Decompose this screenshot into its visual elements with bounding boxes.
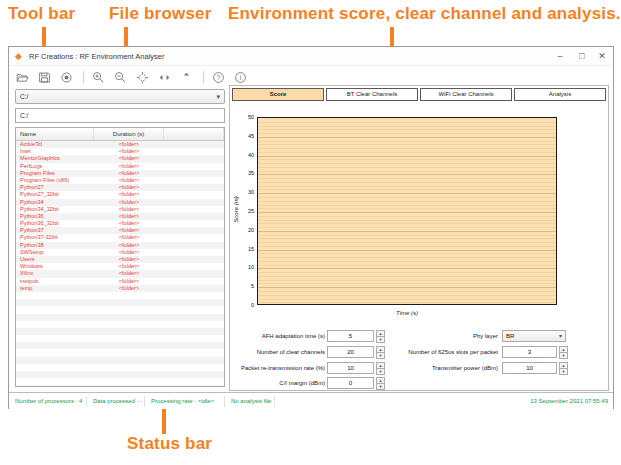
field-value-input[interactable]: 10 (327, 362, 374, 374)
file-row[interactable] (16, 342, 224, 349)
file-row[interactable] (16, 364, 224, 371)
zoom-out-icon[interactable] (113, 70, 128, 85)
path-input[interactable] (15, 108, 225, 123)
file-row[interactable]: MentorGraphics<folder> (16, 155, 224, 162)
file-row[interactable]: Python38<folder> (16, 242, 224, 249)
field-value-input[interactable]: 5 (327, 330, 374, 342)
y-tick-label: 5 (232, 283, 254, 289)
info-icon[interactable]: i (233, 70, 248, 85)
file-row[interactable]: Python27_32bit<folder> (16, 191, 224, 198)
field-label: Phy layer (380, 330, 498, 342)
file-spare-cell (164, 263, 224, 270)
file-name-cell: Python34_32bit (16, 206, 94, 213)
save-icon[interactable] (37, 70, 52, 85)
file-row[interactable] (16, 306, 224, 313)
file-spare-cell (164, 371, 224, 378)
file-row[interactable] (16, 299, 224, 306)
file-row[interactable]: SWSetup<folder> (16, 249, 224, 256)
file-row[interactable] (16, 335, 224, 342)
file-row[interactable]: Python36_32bit<folder> (16, 220, 224, 227)
spinner-down[interactable]: ▼ (559, 352, 568, 359)
file-name-cell: Windows (16, 263, 94, 270)
file-row[interactable]: Python37<folder> (16, 227, 224, 234)
file-row[interactable] (16, 292, 224, 299)
horizontal-range-icon[interactable] (157, 70, 172, 85)
file-row[interactable] (16, 371, 224, 378)
field-value-input[interactable]: 3 (502, 346, 557, 358)
field-value-input[interactable]: 20 (327, 346, 374, 358)
gridline-minor (258, 253, 556, 254)
annotation-file-browser: File browser (109, 4, 212, 24)
file-spare-cell (164, 349, 224, 356)
path-dropdown[interactable]: C:/ ▾ (15, 89, 225, 104)
vertical-range-icon[interactable] (179, 70, 194, 85)
file-row[interactable]: temp<folder> (16, 285, 224, 292)
file-duration-cell (94, 299, 164, 306)
field-value-input[interactable]: 0 (327, 377, 374, 389)
gridline-minor (258, 171, 556, 172)
file-row[interactable]: Program Files (x86)<folder> (16, 177, 224, 184)
gridline-minor (258, 291, 556, 292)
tab-score[interactable]: Score (232, 88, 324, 101)
file-row[interactable]: Python34_32bit<folder> (16, 206, 224, 213)
close-button[interactable]: ✕ (595, 50, 609, 63)
title-bar: ◆ RF Creations : RF Environment Analyser… (9, 47, 613, 66)
file-name-cell: Python34 (16, 199, 94, 206)
gridline-minor (258, 141, 556, 142)
file-duration-cell (94, 306, 164, 313)
file-row[interactable]: Python34<folder> (16, 199, 224, 206)
record-icon[interactable] (59, 70, 74, 85)
file-name-cell (16, 292, 94, 299)
file-name-cell (16, 314, 94, 321)
zoom-in-icon[interactable] (91, 70, 106, 85)
file-row[interactable]: Python27<folder> (16, 184, 224, 191)
file-name-cell: Python38 (16, 242, 94, 249)
gridline-major (258, 193, 556, 194)
file-name-cell: Program Files (x86) (16, 177, 94, 184)
file-row[interactable] (16, 349, 224, 356)
file-name-cell (16, 385, 94, 387)
file-spare-cell (164, 177, 224, 184)
file-row[interactable] (16, 357, 224, 364)
file-row[interactable] (16, 328, 224, 335)
file-row[interactable]: ActiveTcl<folder> (16, 141, 224, 148)
file-row[interactable] (16, 378, 224, 385)
tab-bt-clear-channels[interactable]: BT Clear Channels (326, 88, 418, 101)
file-row[interactable]: PerfLogs<folder> (16, 163, 224, 170)
tab-wifi-clear-channels[interactable]: WiFi Clear Channels (420, 88, 512, 101)
file-row[interactable]: Xilinx<folder> (16, 270, 224, 277)
open-file-icon[interactable] (15, 70, 30, 85)
file-row[interactable]: Program Files<folder> (16, 170, 224, 177)
zoom-fit-icon[interactable] (135, 70, 150, 85)
file-spare-cell (164, 357, 224, 364)
maximize-button[interactable]: □ (575, 50, 589, 63)
gridline-minor (258, 182, 556, 183)
file-row[interactable]: inetpub<folder> (16, 278, 224, 285)
file-row[interactable]: Python36<folder> (16, 213, 224, 220)
spinner-down[interactable]: ▼ (559, 368, 568, 375)
file-row[interactable] (16, 314, 224, 321)
file-name-cell: inetpub (16, 278, 94, 285)
file-row[interactable]: Python37-32bit<folder> (16, 234, 224, 241)
minimize-button[interactable]: – (553, 50, 567, 63)
column-header-duration[interactable]: Duration (s) (94, 128, 164, 140)
help-icon[interactable]: ? (211, 70, 226, 85)
file-browser-table: Name Duration (s) ActiveTcl<folder>Intel… (15, 127, 225, 387)
gridline-minor (258, 216, 556, 217)
file-name-cell: temp (16, 285, 94, 292)
tab-analysis[interactable]: Analysis (514, 88, 606, 101)
file-duration-cell (94, 385, 164, 387)
phy-layer-dropdown[interactable]: BR▾ (502, 330, 566, 342)
column-header-name[interactable]: Name (16, 128, 94, 140)
file-duration-cell (94, 335, 164, 342)
file-row[interactable]: Intel<folder> (16, 148, 224, 155)
file-row[interactable]: Windows<folder> (16, 263, 224, 270)
file-row[interactable] (16, 385, 224, 387)
file-row[interactable] (16, 321, 224, 328)
field-value-input[interactable]: 10 (502, 362, 557, 374)
spinner-down[interactable]: ▼ (376, 383, 385, 390)
file-duration-cell: <folder> (94, 249, 164, 256)
file-spare-cell (164, 342, 224, 349)
file-row[interactable]: Users<folder> (16, 256, 224, 263)
file-name-cell: PerfLogs (16, 163, 94, 170)
